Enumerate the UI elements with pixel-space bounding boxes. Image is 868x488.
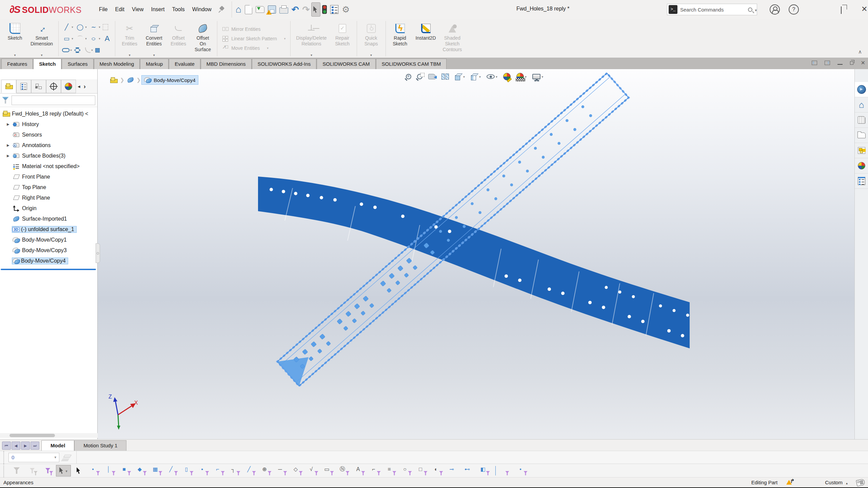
filter-sketch-points-button[interactable]: ▪ (196, 465, 211, 476)
zoom-to-fit-button[interactable] (405, 73, 413, 80)
arc-tool[interactable]: ⌒ (76, 35, 84, 43)
line-tool[interactable]: ╱ (62, 23, 71, 31)
undo-button[interactable]: ↶ (290, 2, 301, 17)
options-button[interactable]: ⚙ (340, 2, 351, 17)
menu-tools[interactable]: Tools (168, 4, 188, 15)
select-other-button[interactable] (72, 465, 86, 476)
document-close-icon[interactable]: ✕ (861, 60, 865, 66)
dock-commandmanager-icon[interactable] (825, 61, 830, 65)
filter-axes-button[interactable]: ╱ (165, 465, 180, 476)
selected-tree-item[interactable]: 3D (-) unfolded surface_1 (12, 226, 76, 232)
tree-item-origin[interactable]: Origin (0, 203, 97, 214)
search-input[interactable]: Search Commands (680, 7, 748, 13)
slot-tool[interactable] (62, 48, 70, 52)
pin-menu-icon[interactable] (219, 6, 226, 13)
select-all-filters-button[interactable] (40, 465, 55, 476)
convert-entities-button[interactable]: Convert Entities (142, 20, 166, 58)
menu-file[interactable]: File (95, 4, 112, 15)
quick-snaps-caret[interactable] (370, 53, 372, 57)
shaded-sketch-contours-button[interactable]: Shaded Sketch Contours (439, 20, 466, 58)
zoom-to-area-button[interactable] (416, 73, 424, 80)
tree-item-body-move-copy4[interactable]: Body-Move/Copy4 (0, 256, 97, 266)
polygon-tool[interactable] (74, 47, 80, 53)
select-tool-button[interactable] (311, 2, 320, 17)
open-button[interactable] (254, 2, 266, 17)
display-style-button[interactable] (469, 72, 482, 81)
instant2d-button[interactable]: Instant2D (412, 20, 439, 58)
tree-item-surface-imported1[interactable]: Surface-Imported1 (0, 214, 97, 224)
prev-tab-button[interactable]: ◀ (12, 442, 20, 450)
filter-annotations-button[interactable]: ○ (399, 465, 414, 476)
edit-appearance-button[interactable] (502, 72, 512, 81)
filter-dimensions-button[interactable]: ◇ (290, 465, 305, 476)
filter-routing-points-button[interactable]: ⊷ (461, 465, 476, 476)
rebuild-button[interactable] (320, 2, 329, 17)
filter-vertices-button[interactable]: • (87, 465, 102, 476)
tree-filter-input[interactable] (12, 96, 95, 105)
motion-study-tab[interactable]: Motion Study 1 (74, 440, 126, 451)
units-selector[interactable]: Custom (825, 480, 848, 485)
first-tab-button[interactable]: ⏮ (2, 442, 11, 450)
property-manager-tab[interactable] (16, 80, 31, 93)
breadcrumb-surface-chip[interactable] (125, 75, 136, 85)
filter-faces-button[interactable]: ■ (118, 465, 133, 476)
panel-scroll-left-icon[interactable]: ◂ (76, 83, 82, 89)
filter-cosmetic-threads-button[interactable]: ◐ (430, 465, 445, 476)
filter-edges-button[interactable]: │ (103, 465, 118, 476)
tab-mbd-dimensions[interactable]: MBD Dimensions (201, 59, 252, 69)
view-orientation-button[interactable] (453, 72, 466, 81)
section-view-button[interactable] (440, 73, 450, 81)
circle-tool[interactable]: ◯ (76, 23, 84, 31)
scrollbar-thumb[interactable] (9, 434, 55, 437)
tree-item-front-plane[interactable]: Front Plane (0, 171, 97, 182)
display-delete-relations-button[interactable]: Display/Delete Relations (293, 20, 330, 58)
expander-icon[interactable] (7, 122, 12, 126)
ellipse-tool[interactable]: ○ (88, 35, 99, 42)
solidworks-resources-tab[interactable] (855, 82, 868, 97)
convert-caret[interactable] (153, 53, 155, 57)
tab-evaluate[interactable]: Evaluate (169, 59, 200, 69)
undock-commandmanager-icon[interactable] (812, 61, 817, 65)
last-tab-button[interactable]: ⏭ (31, 442, 39, 450)
tree-item-right-plane[interactable]: Right Plane (0, 192, 97, 203)
move-entities-button[interactable]: Move Entities (222, 44, 285, 52)
filter-hatch-button[interactable]: ≡ (383, 465, 398, 476)
tree-item-unfolded-surface[interactable]: 3D (-) unfolded surface_1 (0, 224, 97, 235)
menu-insert[interactable]: Insert (147, 4, 168, 15)
trim-caret[interactable] (129, 53, 131, 57)
save-button[interactable] (266, 2, 278, 17)
filter-sketch-segments-button[interactable]: ┐ (228, 465, 242, 476)
redo-button[interactable]: ↷ (300, 2, 311, 17)
filter-mesh-facets-button[interactable]: ◧ (477, 465, 492, 476)
new-document-button[interactable] (243, 2, 254, 17)
expander-icon[interactable] (7, 154, 12, 158)
ribbon-collapse-chevron[interactable]: ∧ (853, 46, 867, 58)
featuremanager-tree-tab[interactable] (1, 80, 16, 93)
search-icon[interactable] (748, 7, 752, 12)
filter-centerline-button[interactable]: ─ (274, 465, 289, 476)
login-button[interactable] (770, 4, 780, 15)
tree-item-history[interactable]: History (0, 119, 97, 129)
file-properties-button[interactable] (329, 2, 340, 17)
filter-surface-finish-button[interactable]: √ (305, 465, 320, 476)
filter-reference-curves-button[interactable]: • (515, 465, 530, 476)
filter-center-marks-button[interactable]: ⊕ (259, 465, 274, 476)
offset-entities-button[interactable]: Offset Entities (166, 20, 191, 58)
clear-all-filters-button[interactable] (25, 465, 40, 476)
selected-tree-item[interactable]: Body-Move/Copy4 (12, 258, 68, 264)
next-tab-button[interactable]: ▶ (21, 442, 30, 450)
smart-dimension-caret[interactable] (41, 53, 43, 57)
tab-surfaces[interactable]: Surfaces (62, 59, 93, 69)
home-button[interactable]: ⌂ (234, 2, 243, 17)
filter-surface-bodies-button[interactable]: ◆ (134, 465, 149, 476)
document-restore-icon[interactable] (850, 61, 853, 65)
breadcrumb-feature-chip[interactable]: Body-Move/Copy4 (141, 75, 198, 85)
filter-blocks-button[interactable]: □ (415, 465, 430, 476)
sketch-fillet-tool[interactable] (85, 47, 91, 53)
design-library-tab[interactable] (855, 113, 868, 128)
filter-funnel-icon[interactable] (2, 97, 9, 104)
mirror-plane-tool[interactable] (103, 24, 108, 30)
help-button[interactable]: ? (789, 4, 799, 15)
model-tab[interactable]: Model (41, 440, 74, 451)
tab-mesh-modeling[interactable]: Mesh Modeling (94, 59, 140, 69)
